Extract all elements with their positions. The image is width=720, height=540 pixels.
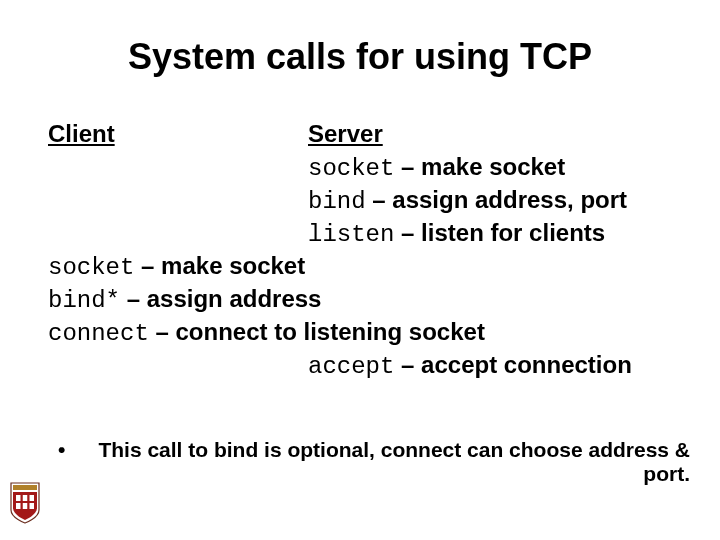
footnote-text: This call to bind is optional, connect c… (98, 438, 690, 485)
text-make-socket-client: – make socket (134, 252, 305, 279)
text-make-socket: – make socket (394, 153, 565, 180)
svg-rect-0 (13, 485, 37, 490)
client-line-bind: bind* – assign address (48, 285, 321, 314)
bullet-icon: • (58, 438, 65, 462)
server-line-listen: listen – listen for clients (308, 219, 605, 248)
text-accept-connection: – accept connection (394, 351, 631, 378)
server-line-accept: accept – accept connection (308, 351, 632, 380)
code-bind: bind (308, 188, 366, 215)
code-connect: connect (48, 320, 149, 347)
code-socket: socket (308, 155, 394, 182)
svg-rect-1 (16, 495, 21, 501)
footnote: • This call to bind is optional, connect… (48, 438, 690, 486)
svg-rect-5 (23, 503, 28, 509)
code-socket-client: socket (48, 254, 134, 281)
text-connect-listening: – connect to listening socket (149, 318, 485, 345)
server-column-header: Server (308, 120, 383, 148)
text-listen-for-clients: – listen for clients (394, 219, 605, 246)
slide-title: System calls for using TCP (0, 36, 720, 78)
brown-shield-icon (10, 482, 40, 524)
code-bind-star: bind* (48, 287, 120, 314)
svg-rect-2 (23, 495, 28, 501)
svg-rect-4 (16, 503, 21, 509)
client-column-header: Client (48, 120, 115, 148)
code-accept: accept (308, 353, 394, 380)
server-line-bind: bind – assign address, port (308, 186, 627, 215)
server-line-socket: socket – make socket (308, 153, 565, 182)
code-listen: listen (308, 221, 394, 248)
svg-rect-3 (30, 495, 35, 501)
text-assign-address: – assign address (120, 285, 321, 312)
text-assign-address-port: – assign address, port (366, 186, 627, 213)
svg-rect-6 (30, 503, 35, 509)
client-line-connect: connect – connect to listening socket (48, 318, 485, 347)
client-line-socket: socket – make socket (48, 252, 305, 281)
slide: System calls for using TCP Client Server… (0, 0, 720, 540)
